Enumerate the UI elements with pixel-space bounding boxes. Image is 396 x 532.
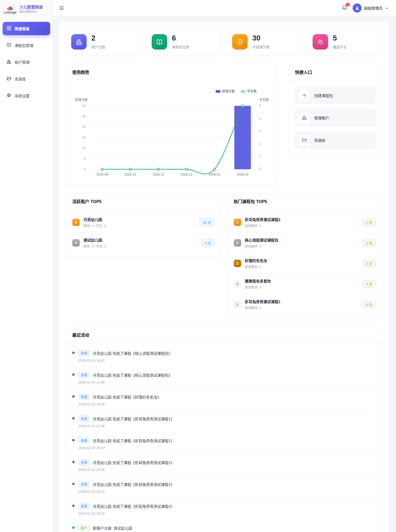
activity-text: 新租户注册: 测试幼儿园 — [93, 525, 132, 531]
quick-entry-create-package[interactable]: 创建课程包 — [294, 87, 376, 104]
tenant-rank-row: 1 月亮幼儿园 教师: 0 | 学生: 0 30 次 — [72, 212, 214, 233]
folder-icon — [6, 76, 11, 82]
active-tenants-card: 活跃租户 TOP5 1 月亮幼儿园 教师: 0 | 学生: 0 — [66, 193, 221, 257]
sidebar-item-label: 租户管理 — [15, 59, 30, 65]
dashboard-container: 2 租户总数 6 课程包总数 — [59, 22, 389, 532]
usage-count-badge: 0 次 — [363, 260, 375, 267]
tenant-name: 测试幼儿园 — [83, 237, 198, 243]
package-name: 好饿的毛毛虫 — [245, 258, 359, 263]
usage-trend-chart[interactable]: 051015202530012345授课次数学生数2025-092025-102… — [72, 86, 272, 179]
sidebar: LeSingle 少儿智慧阅读 服务管理后台 数据看板 — [0, 0, 53, 532]
rank-badge: 2 — [234, 239, 241, 247]
svg-text:20: 20 — [82, 125, 86, 129]
building-icon — [299, 112, 310, 123]
logo-bars-icon — [6, 4, 15, 11]
quick-entry-resources[interactable]: 资源库 — [294, 131, 376, 149]
package-meta: 使用教师: 0 — [245, 244, 359, 248]
package-meta: 使用教师: 0 — [245, 305, 359, 310]
tenant-meta: 教师: 0 | 学生: 0 — [83, 223, 196, 228]
collapse-menu-icon — [59, 5, 64, 11]
activity-text: 月亮幼儿园 完成了课程《折耳兔奇奇测试课程2》 — [93, 503, 174, 509]
activity-type-badge: 授课 — [78, 394, 90, 400]
logo-spark — [12, 5, 14, 7]
folder-icon — [299, 135, 310, 146]
sidebar-item-dashboard[interactable]: 数据看板 — [3, 22, 50, 35]
svg-text:0: 0 — [84, 167, 86, 171]
sidebar-item-resources[interactable]: 资源库 — [3, 72, 50, 86]
stat-label: 覆盖学生 — [333, 44, 347, 49]
activity-item: 授课 月亮幼儿园 完成了课程《折耳兔奇奇测试课程1》 2026-02-22 19… — [72, 476, 375, 498]
stat-value: 5 — [333, 34, 347, 42]
svg-text:2025-09: 2025-09 — [96, 173, 108, 176]
quick-entry-label: 管理租户 — [314, 115, 329, 120]
rank-badge: 1 — [234, 219, 241, 226]
avatar — [353, 3, 362, 13]
package-name: 核心流程测试课程包 — [245, 237, 359, 243]
usage-trend-card: 使用趋势 051015202530012345授课次数学生数2025-09202… — [66, 64, 278, 185]
sidebar-item-settings[interactable]: 系统设置 — [3, 89, 50, 102]
usage-count-badge: 0 次 — [201, 239, 214, 247]
plus-icon — [299, 90, 310, 101]
svg-text:4: 4 — [259, 117, 261, 120]
sidebar-item-label: 资源库 — [15, 76, 26, 82]
package-meta: 使用教师: 0 — [245, 223, 359, 228]
activity-timestamp: 2026-02-23 20:06 — [78, 402, 161, 406]
activity-item: 租户 新租户注册: 测试幼儿园 2026-02-22 11:56 — [72, 520, 375, 532]
package-rank-row: 1 折耳兔奇奇测试课程2 使用教师: 0 2 次 — [234, 212, 376, 233]
app-root: LeSingle 少儿智慧阅读 服务管理后台 数据看板 — [0, 0, 396, 532]
package-rank-row: 2 核心流程测试课程包 使用教师: 0 2 次 — [234, 233, 376, 253]
activity-dot — [72, 483, 75, 485]
stat-value: 6 — [172, 34, 189, 42]
svg-text:授课次数: 授课次数 — [75, 98, 88, 102]
notification-bell[interactable]: 5 — [341, 3, 348, 13]
active-tenants-list: 1 月亮幼儿园 教师: 0 | 学生: 0 30 次 2 — [66, 209, 221, 257]
stat-label: 租户总数 — [91, 44, 105, 49]
quick-entry-manage-tenants[interactable]: 管理租户 — [294, 109, 376, 127]
sidebar-collapse-button[interactable] — [59, 5, 64, 11]
card-title: 使用趋势 — [72, 70, 89, 75]
rank-badge: 3 — [234, 260, 241, 267]
activity-text: 月亮幼儿园 完成了课程《折耳兔奇奇测试课程1》 — [93, 482, 174, 487]
stat-card-tenants: 2 租户总数 — [66, 28, 141, 56]
activity-dot — [72, 373, 75, 376]
svg-text:学生数: 学生数 — [247, 89, 257, 93]
brand-title: 少儿智慧阅读 — [19, 5, 43, 10]
card-title: 活跃租户 TOP5 — [72, 199, 102, 204]
sidebar-item-tenants[interactable]: 租户管理 — [3, 55, 50, 69]
activity-timestamp: 2026-02-22 20:47 — [78, 446, 174, 450]
sidebar-item-course-packages[interactable]: 课程包管理 — [3, 39, 50, 52]
brand-logo: LeSingle — [3, 4, 17, 14]
book-icon — [6, 42, 11, 48]
quick-entry-label: 资源库 — [314, 138, 325, 143]
quick-entry-label: 创建课程包 — [314, 93, 333, 98]
stat-card-monthly-lessons: 30 月授课次数 — [227, 28, 302, 56]
chevron-down-icon — [385, 6, 389, 10]
package-meta: 使用教师: 0 — [245, 285, 359, 289]
activity-dot — [72, 526, 75, 529]
activity-type-badge: 授课 — [78, 437, 90, 444]
activity-dot — [72, 417, 75, 420]
svg-text:1: 1 — [259, 155, 261, 158]
activity-dot — [72, 395, 75, 398]
recent-activity-card: 最近活动 授课 月亮幼儿园 完成了课程《核心流程测试课程包》 — [66, 327, 382, 532]
stats-row: 2 租户总数 6 课程包总数 — [66, 28, 382, 56]
svg-text:30: 30 — [82, 104, 86, 108]
tenant-name: 月亮幼儿园 — [83, 217, 196, 222]
package-meta: 使用教师: 0 — [245, 264, 359, 269]
activity-text: 月亮幼儿园 完成了课程《折耳兔奇奇测试课程1》 — [93, 416, 174, 421]
card-title: 快捷入口 — [295, 70, 312, 75]
svg-text:10: 10 — [82, 146, 86, 150]
svg-text:2: 2 — [259, 142, 261, 146]
activity-text: 月亮幼儿园 完成了课程《好饿的毛毛虫》 — [93, 394, 161, 400]
quick-entry-card: 快捷入口 创建课程包 — [288, 64, 382, 156]
recent-activity-list: 授课 月亮幼儿园 完成了课程《核心流程测试课程包》 2026-02-24 14:… — [66, 343, 382, 532]
activity-text: 月亮幼儿园 完成了课程《折耳兔奇奇测试课程1》 — [93, 460, 174, 465]
activity-type-badge: 授课 — [78, 459, 90, 465]
user-menu[interactable]: 超级管理员 — [353, 3, 389, 13]
brand-logo-text: LeSingle — [4, 11, 17, 14]
package-name: 折耳兔奇奇测试课程1 — [245, 299, 359, 304]
stat-card-students: 5 覆盖学生 — [307, 28, 382, 56]
activity-dot — [72, 439, 75, 441]
svg-text:2026-01: 2026-01 — [209, 173, 220, 176]
svg-text:授课次数: 授课次数 — [222, 89, 235, 93]
